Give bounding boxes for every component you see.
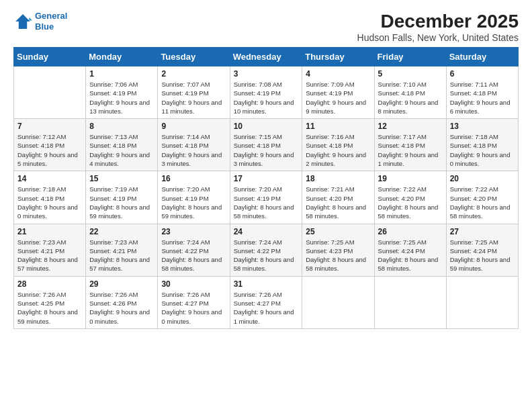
day-info: Sunrise: 7:26 AMSunset: 4:25 PMDaylight:… xyxy=(17,290,82,326)
day-info: Sunrise: 7:25 AMSunset: 4:24 PMDaylight:… xyxy=(450,238,515,273)
calendar-cell: 7Sunrise: 7:12 AMSunset: 4:18 PMDaylight… xyxy=(14,119,86,171)
calendar-cell xyxy=(446,276,518,328)
day-info: Sunrise: 7:20 AMSunset: 4:19 PMDaylight:… xyxy=(161,185,226,220)
day-info: Sunrise: 7:24 AMSunset: 4:22 PMDaylight:… xyxy=(161,238,226,273)
day-info: Sunrise: 7:13 AMSunset: 4:18 PMDaylight:… xyxy=(89,132,154,168)
calendar-week-4: 21Sunrise: 7:23 AMSunset: 4:21 PMDayligh… xyxy=(14,224,519,276)
calendar-cell: 27Sunrise: 7:25 AMSunset: 4:24 PMDayligh… xyxy=(446,224,518,276)
calendar-week-5: 28Sunrise: 7:26 AMSunset: 4:25 PMDayligh… xyxy=(14,276,519,328)
day-info: Sunrise: 7:09 AMSunset: 4:19 PMDaylight:… xyxy=(306,80,370,116)
day-number: 5 xyxy=(378,69,443,79)
day-info: Sunrise: 7:17 AMSunset: 4:18 PMDaylight:… xyxy=(378,132,443,168)
day-number: 10 xyxy=(234,122,299,131)
title-block: December 2025 Hudson Falls, New York, Un… xyxy=(357,11,519,43)
day-number: 20 xyxy=(450,174,515,183)
day-number: 1 xyxy=(89,69,154,79)
day-number: 14 xyxy=(17,174,82,183)
day-info: Sunrise: 7:18 AMSunset: 4:18 PMDaylight:… xyxy=(17,185,82,220)
day-number: 18 xyxy=(306,174,370,183)
day-number: 11 xyxy=(306,122,370,131)
day-number: 2 xyxy=(161,69,226,79)
day-number: 19 xyxy=(378,174,443,183)
calendar-cell xyxy=(374,276,446,328)
day-info: Sunrise: 7:22 AMSunset: 4:20 PMDaylight:… xyxy=(450,185,515,220)
header-saturday: Saturday xyxy=(446,48,518,66)
calendar-cell: 8Sunrise: 7:13 AMSunset: 4:18 PMDaylight… xyxy=(86,119,158,171)
day-info: Sunrise: 7:06 AMSunset: 4:19 PMDaylight:… xyxy=(89,80,154,116)
calendar-cell: 21Sunrise: 7:23 AMSunset: 4:21 PMDayligh… xyxy=(14,224,86,276)
day-number: 29 xyxy=(89,279,154,289)
day-info: Sunrise: 7:08 AMSunset: 4:19 PMDaylight:… xyxy=(234,80,299,116)
day-number: 15 xyxy=(89,174,154,183)
day-info: Sunrise: 7:26 AMSunset: 4:27 PMDaylight:… xyxy=(234,290,299,326)
logo-icon xyxy=(13,12,32,31)
calendar: Sunday Monday Tuesday Wednesday Thursday… xyxy=(13,47,519,329)
day-number: 22 xyxy=(89,227,154,236)
day-info: Sunrise: 7:26 AMSunset: 4:26 PMDaylight:… xyxy=(89,290,154,326)
day-number: 7 xyxy=(17,122,82,131)
calendar-week-1: 1Sunrise: 7:06 AMSunset: 4:19 PMDaylight… xyxy=(14,66,519,119)
day-number: 9 xyxy=(161,122,226,131)
calendar-cell: 30Sunrise: 7:26 AMSunset: 4:27 PMDayligh… xyxy=(158,276,230,328)
logo-general: General xyxy=(35,11,67,21)
header-sunday: Sunday xyxy=(14,48,86,66)
day-number: 21 xyxy=(17,227,82,236)
calendar-cell: 20Sunrise: 7:22 AMSunset: 4:20 PMDayligh… xyxy=(446,171,518,224)
calendar-cell: 28Sunrise: 7:26 AMSunset: 4:25 PMDayligh… xyxy=(14,276,86,328)
day-number: 16 xyxy=(161,174,226,183)
header-monday: Monday xyxy=(86,48,158,66)
header-wednesday: Wednesday xyxy=(230,48,302,66)
day-number: 31 xyxy=(234,279,299,289)
svg-marker-0 xyxy=(15,14,30,29)
day-info: Sunrise: 7:11 AMSunset: 4:18 PMDaylight:… xyxy=(450,80,515,116)
calendar-cell: 13Sunrise: 7:18 AMSunset: 4:18 PMDayligh… xyxy=(446,119,518,171)
calendar-cell: 25Sunrise: 7:25 AMSunset: 4:23 PMDayligh… xyxy=(302,224,374,276)
subtitle: Hudson Falls, New York, United States xyxy=(357,32,519,43)
day-info: Sunrise: 7:19 AMSunset: 4:19 PMDaylight:… xyxy=(89,185,154,220)
day-number: 25 xyxy=(306,227,370,236)
calendar-cell: 19Sunrise: 7:22 AMSunset: 4:20 PMDayligh… xyxy=(374,171,446,224)
calendar-header-row: Sunday Monday Tuesday Wednesday Thursday… xyxy=(14,48,519,66)
calendar-cell: 31Sunrise: 7:26 AMSunset: 4:27 PMDayligh… xyxy=(230,276,302,328)
day-info: Sunrise: 7:26 AMSunset: 4:27 PMDaylight:… xyxy=(161,290,226,326)
calendar-cell: 5Sunrise: 7:10 AMSunset: 4:18 PMDaylight… xyxy=(374,66,446,119)
header-row: General Blue December 2025 Hudson Falls,… xyxy=(13,11,519,43)
day-info: Sunrise: 7:12 AMSunset: 4:18 PMDaylight:… xyxy=(17,132,82,168)
calendar-cell: 17Sunrise: 7:20 AMSunset: 4:19 PMDayligh… xyxy=(230,171,302,224)
day-info: Sunrise: 7:24 AMSunset: 4:22 PMDaylight:… xyxy=(234,238,299,273)
calendar-week-2: 7Sunrise: 7:12 AMSunset: 4:18 PMDaylight… xyxy=(14,119,519,171)
day-number: 6 xyxy=(450,69,515,79)
day-number: 12 xyxy=(378,122,443,131)
header-tuesday: Tuesday xyxy=(158,48,230,66)
day-info: Sunrise: 7:20 AMSunset: 4:19 PMDaylight:… xyxy=(234,185,299,220)
day-number: 3 xyxy=(234,69,299,79)
calendar-cell: 9Sunrise: 7:14 AMSunset: 4:18 PMDaylight… xyxy=(158,119,230,171)
logo-blue: Blue xyxy=(35,21,54,32)
day-info: Sunrise: 7:25 AMSunset: 4:23 PMDaylight:… xyxy=(306,238,370,273)
day-number: 27 xyxy=(450,227,515,236)
day-number: 8 xyxy=(89,122,154,131)
day-number: 30 xyxy=(161,279,226,289)
calendar-cell: 1Sunrise: 7:06 AMSunset: 4:19 PMDaylight… xyxy=(86,66,158,119)
page: General Blue December 2025 Hudson Falls,… xyxy=(0,0,532,411)
day-info: Sunrise: 7:07 AMSunset: 4:19 PMDaylight:… xyxy=(161,80,226,116)
calendar-cell: 24Sunrise: 7:24 AMSunset: 4:22 PMDayligh… xyxy=(230,224,302,276)
day-info: Sunrise: 7:23 AMSunset: 4:21 PMDaylight:… xyxy=(17,238,82,273)
day-info: Sunrise: 7:18 AMSunset: 4:18 PMDaylight:… xyxy=(450,132,515,168)
header-friday: Friday xyxy=(374,48,446,66)
main-title: December 2025 xyxy=(357,11,519,32)
day-number: 13 xyxy=(450,122,515,131)
day-number: 4 xyxy=(306,69,370,79)
calendar-cell: 11Sunrise: 7:16 AMSunset: 4:18 PMDayligh… xyxy=(302,119,374,171)
calendar-cell xyxy=(302,276,374,328)
day-number: 17 xyxy=(234,174,299,183)
calendar-week-3: 14Sunrise: 7:18 AMSunset: 4:18 PMDayligh… xyxy=(14,171,519,224)
calendar-cell: 15Sunrise: 7:19 AMSunset: 4:19 PMDayligh… xyxy=(86,171,158,224)
calendar-cell: 26Sunrise: 7:25 AMSunset: 4:24 PMDayligh… xyxy=(374,224,446,276)
logo: General Blue xyxy=(13,11,67,32)
day-info: Sunrise: 7:25 AMSunset: 4:24 PMDaylight:… xyxy=(378,238,443,273)
day-info: Sunrise: 7:14 AMSunset: 4:18 PMDaylight:… xyxy=(161,132,226,168)
calendar-cell: 23Sunrise: 7:24 AMSunset: 4:22 PMDayligh… xyxy=(158,224,230,276)
day-info: Sunrise: 7:23 AMSunset: 4:21 PMDaylight:… xyxy=(89,238,154,273)
day-info: Sunrise: 7:15 AMSunset: 4:18 PMDaylight:… xyxy=(234,132,299,168)
